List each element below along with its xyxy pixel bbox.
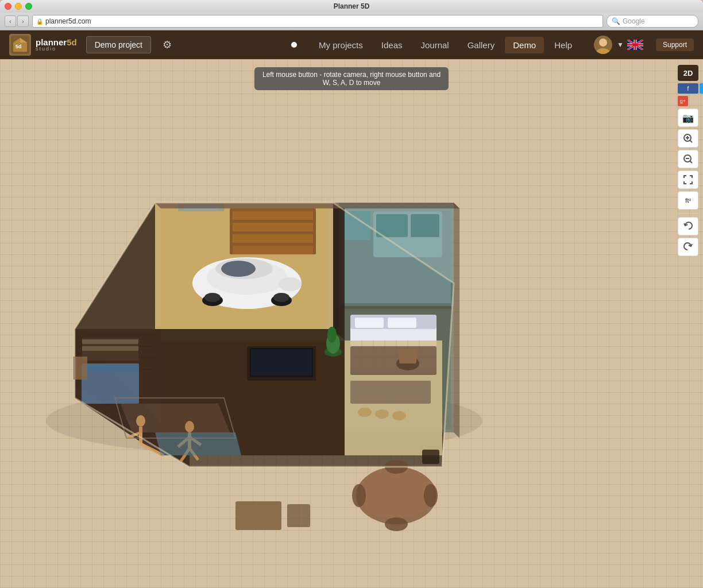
svg-rect-37 [411,214,439,237]
app-header: 5d planner5d studio Demo project ⚙ My pr… [0,30,703,59]
nav-my-projects[interactable]: My projects [311,37,371,53]
forward-button[interactable]: › [17,16,29,27]
zoom-in-button[interactable] [678,129,698,148]
search-bar[interactable]: 🔍 Google [607,15,698,28]
view-2d-button[interactable]: 2D [678,65,698,81]
svg-point-65 [327,327,337,343]
nav-gallery[interactable]: Gallery [459,37,503,53]
svg-line-120 [690,161,692,163]
svg-marker-78 [121,404,230,432]
facebook-button[interactable]: f [678,83,698,94]
svg-point-101 [375,409,389,419]
nav-indicator-dot [291,42,297,48]
svg-marker-47 [333,203,345,341]
svg-rect-105 [76,357,87,380]
redo-button[interactable] [678,238,698,256]
window-controls [5,3,32,10]
user-dropdown-arrow[interactable]: ▼ [617,41,624,49]
search-placeholder: Google [623,17,645,25]
nav-buttons: ‹ › [5,16,29,27]
nav-journal[interactable]: Journal [412,37,457,53]
nav-ideas[interactable]: Ideas [373,37,411,53]
svg-rect-22 [233,234,313,243]
svg-rect-43 [355,318,384,328]
title-bar: Planner 5D [0,0,703,13]
svg-rect-93 [350,381,431,404]
svg-point-97 [424,484,438,507]
logo-icon: 5d [9,34,31,56]
svg-rect-92 [399,349,416,363]
social-buttons: f t g+ [678,83,698,106]
svg-text:5d: 5d [16,44,22,49]
svg-rect-90 [350,346,437,375]
svg-point-98 [385,517,408,531]
svg-point-100 [358,408,372,417]
units-button[interactable]: ft² [678,191,698,210]
svg-point-27 [221,261,256,277]
floorplan-3d[interactable] [29,88,500,559]
svg-point-5 [596,48,610,54]
address-bar[interactable]: 🔒 planner5d.com [32,15,603,28]
minimize-button[interactable] [15,3,22,10]
maximize-button[interactable] [25,3,32,10]
svg-point-102 [392,411,406,420]
main-content: Left mouse button - rotate camera, right… [0,59,703,588]
svg-point-4 [599,38,607,47]
lock-icon: 🔒 [36,18,43,25]
svg-rect-20 [233,211,313,220]
nav-demo[interactable]: Demo [505,37,544,53]
nav-links: My projects Ideas Journal Gallery Demo H… [311,37,580,53]
search-icon: 🔍 [612,17,620,25]
svg-rect-55 [82,363,139,372]
svg-rect-103 [422,450,439,464]
svg-rect-23 [233,246,313,254]
svg-rect-21 [233,223,313,231]
googleplus-button[interactable]: g+ [678,96,688,106]
undo-button[interactable] [678,217,698,235]
svg-marker-79 [155,432,241,455]
svg-rect-113 [287,504,310,527]
project-name-button[interactable]: Demo project [86,36,151,53]
support-button[interactable]: Support [656,38,694,51]
svg-point-95 [359,467,434,519]
window-title: Planner 5D [334,2,370,10]
svg-point-32 [279,277,302,291]
svg-point-99 [352,484,366,507]
zoom-out-button[interactable] [678,150,698,168]
svg-marker-48 [155,329,345,341]
toolbar-divider [678,213,698,214]
svg-rect-58 [82,346,138,351]
svg-rect-44 [388,318,416,328]
app-container: 5d planner5d studio Demo project ⚙ My pr… [0,30,703,588]
logo-text: planner5d [36,38,77,47]
settings-button[interactable]: ⚙ [160,36,174,53]
svg-line-117 [690,140,692,142]
close-button[interactable] [5,3,11,10]
nav-help[interactable]: Help [546,37,580,53]
svg-rect-57 [82,339,138,344]
user-avatar[interactable] [594,36,612,54]
back-button[interactable]: ‹ [5,16,16,27]
logo-area: 5d planner5d studio [9,34,77,56]
svg-marker-110 [454,203,459,438]
browser-toolbar: ‹ › 🔒 planner5d.com 🔍 Google [0,13,703,30]
svg-rect-112 [235,501,281,530]
logo-sub: studio [36,47,77,52]
svg-rect-62 [251,349,312,376]
camera-tooltip: Left mouse button - rotate camera, right… [254,67,449,90]
screenshot-button[interactable]: 📷 [678,109,698,127]
twitter-button[interactable]: t [700,83,703,94]
svg-point-30 [204,293,221,302]
svg-marker-109 [333,203,459,208]
fullscreen-button[interactable] [678,171,698,189]
language-flag[interactable] [627,40,643,50]
url-text: planner5d.com [45,17,91,25]
os-window: Planner 5D ‹ › 🔒 planner5d.com 🔍 Google [0,0,703,588]
svg-point-31 [273,293,289,302]
right-toolbar: 2D f t g+ 📷 [678,65,698,256]
